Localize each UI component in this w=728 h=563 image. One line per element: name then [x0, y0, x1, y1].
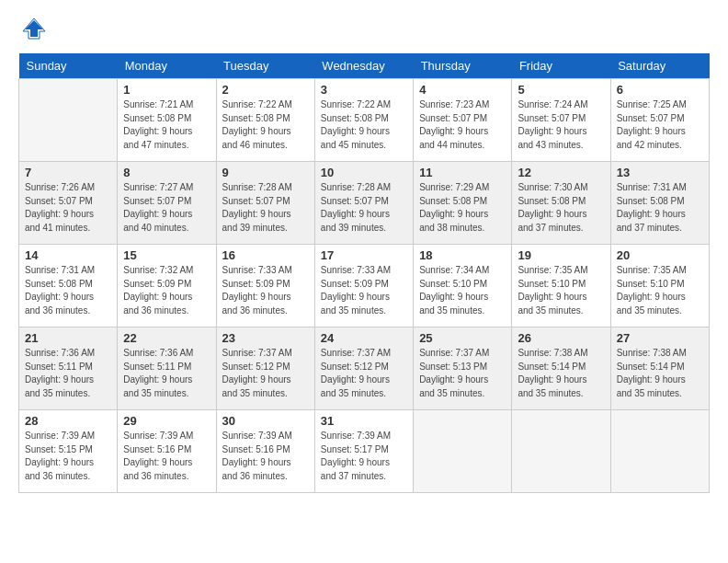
day-number: 22	[123, 331, 210, 345]
day-info: Sunrise: 7:22 AM Sunset: 5:08 PM Dayligh…	[222, 98, 309, 152]
day-number: 31	[321, 414, 407, 428]
day-number: 5	[518, 83, 604, 97]
day-of-week-header: Monday	[118, 53, 216, 79]
day-number: 28	[25, 414, 111, 428]
calendar-day-cell: 8Sunrise: 7:27 AM Sunset: 5:07 PM Daylig…	[118, 162, 216, 245]
day-number: 26	[518, 331, 604, 345]
day-info: Sunrise: 7:34 AM Sunset: 5:10 PM Dayligh…	[419, 264, 506, 317]
calendar-day-cell: 1Sunrise: 7:21 AM Sunset: 5:08 PM Daylig…	[118, 79, 216, 162]
calendar-day-cell: 29Sunrise: 7:39 AM Sunset: 5:16 PM Dayli…	[118, 410, 216, 493]
day-number: 21	[25, 331, 111, 345]
day-number: 14	[25, 248, 111, 262]
calendar-day-cell: 17Sunrise: 7:33 AM Sunset: 5:09 PM Dayli…	[314, 245, 413, 327]
calendar-day-cell: 26Sunrise: 7:38 AM Sunset: 5:14 PM Dayli…	[512, 327, 610, 410]
calendar-header-row: SundayMondayTuesdayWednesdayThursdayFrid…	[19, 53, 710, 79]
calendar-week-row: 14Sunrise: 7:31 AM Sunset: 5:08 PM Dayli…	[19, 245, 710, 327]
calendar-day-cell: 18Sunrise: 7:34 AM Sunset: 5:10 PM Dayli…	[414, 245, 512, 327]
day-of-week-header: Saturday	[610, 53, 709, 79]
day-info: Sunrise: 7:39 AM Sunset: 5:17 PM Dayligh…	[321, 430, 407, 483]
day-info: Sunrise: 7:33 AM Sunset: 5:09 PM Dayligh…	[222, 264, 309, 317]
calendar-day-cell: 28Sunrise: 7:39 AM Sunset: 5:15 PM Dayli…	[19, 410, 118, 493]
day-info: Sunrise: 7:25 AM Sunset: 5:07 PM Dayligh…	[617, 98, 703, 152]
day-info: Sunrise: 7:31 AM Sunset: 5:08 PM Dayligh…	[25, 264, 111, 317]
day-info: Sunrise: 7:39 AM Sunset: 5:16 PM Dayligh…	[222, 430, 309, 483]
day-info: Sunrise: 7:32 AM Sunset: 5:09 PM Dayligh…	[123, 264, 210, 317]
day-number: 13	[617, 166, 703, 179]
day-number: 6	[617, 83, 703, 97]
day-of-week-header: Wednesday	[314, 53, 413, 79]
calendar-day-cell	[610, 410, 709, 493]
calendar-day-cell: 22Sunrise: 7:36 AM Sunset: 5:11 PM Dayli…	[118, 327, 216, 410]
calendar-day-cell: 12Sunrise: 7:30 AM Sunset: 5:08 PM Dayli…	[512, 162, 610, 245]
day-number: 18	[419, 248, 506, 262]
calendar-day-cell: 16Sunrise: 7:33 AM Sunset: 5:09 PM Dayli…	[216, 245, 314, 327]
day-number: 23	[222, 331, 309, 345]
day-info: Sunrise: 7:30 AM Sunset: 5:08 PM Dayligh…	[518, 181, 604, 235]
calendar-day-cell: 24Sunrise: 7:37 AM Sunset: 5:12 PM Dayli…	[314, 327, 413, 410]
day-info: Sunrise: 7:35 AM Sunset: 5:10 PM Dayligh…	[617, 264, 703, 317]
day-info: Sunrise: 7:36 AM Sunset: 5:11 PM Dayligh…	[25, 347, 111, 400]
day-number: 8	[123, 166, 210, 179]
day-number: 19	[518, 248, 604, 262]
day-info: Sunrise: 7:26 AM Sunset: 5:07 PM Dayligh…	[25, 181, 111, 235]
day-info: Sunrise: 7:36 AM Sunset: 5:11 PM Dayligh…	[123, 347, 210, 400]
day-info: Sunrise: 7:24 AM Sunset: 5:07 PM Dayligh…	[518, 98, 604, 152]
calendar-day-cell: 11Sunrise: 7:29 AM Sunset: 5:08 PM Dayli…	[414, 162, 512, 245]
calendar-day-cell: 23Sunrise: 7:37 AM Sunset: 5:12 PM Dayli…	[216, 327, 314, 410]
day-of-week-header: Tuesday	[216, 53, 314, 79]
day-info: Sunrise: 7:39 AM Sunset: 5:16 PM Dayligh…	[123, 430, 210, 483]
day-info: Sunrise: 7:28 AM Sunset: 5:07 PM Dayligh…	[222, 181, 309, 235]
calendar-day-cell: 21Sunrise: 7:36 AM Sunset: 5:11 PM Dayli…	[19, 327, 118, 410]
day-info: Sunrise: 7:28 AM Sunset: 5:07 PM Dayligh…	[321, 181, 407, 235]
day-number: 4	[419, 83, 506, 97]
calendar-day-cell: 5Sunrise: 7:24 AM Sunset: 5:07 PM Daylig…	[512, 79, 610, 162]
day-of-week-header: Friday	[512, 53, 610, 79]
calendar-week-row: 7Sunrise: 7:26 AM Sunset: 5:07 PM Daylig…	[19, 162, 710, 245]
day-number: 29	[123, 414, 210, 428]
day-number: 3	[321, 83, 407, 97]
day-number: 17	[321, 248, 407, 262]
day-number: 9	[222, 166, 309, 179]
day-info: Sunrise: 7:29 AM Sunset: 5:08 PM Dayligh…	[419, 181, 506, 235]
day-number: 11	[419, 166, 506, 179]
day-number: 30	[222, 414, 309, 428]
logo	[18, 18, 47, 39]
day-info: Sunrise: 7:33 AM Sunset: 5:09 PM Dayligh…	[321, 264, 407, 317]
day-number: 24	[321, 331, 407, 345]
day-number: 1	[123, 83, 210, 97]
day-info: Sunrise: 7:37 AM Sunset: 5:12 PM Dayligh…	[222, 347, 309, 400]
calendar-day-cell: 15Sunrise: 7:32 AM Sunset: 5:09 PM Dayli…	[118, 245, 216, 327]
calendar-week-row: 28Sunrise: 7:39 AM Sunset: 5:15 PM Dayli…	[19, 410, 710, 493]
calendar-day-cell: 13Sunrise: 7:31 AM Sunset: 5:08 PM Dayli…	[610, 162, 709, 245]
calendar-day-cell	[512, 410, 610, 493]
day-of-week-header: Sunday	[19, 53, 118, 79]
day-info: Sunrise: 7:23 AM Sunset: 5:07 PM Dayligh…	[419, 98, 506, 152]
calendar-day-cell: 25Sunrise: 7:37 AM Sunset: 5:13 PM Dayli…	[414, 327, 512, 410]
calendar-day-cell: 10Sunrise: 7:28 AM Sunset: 5:07 PM Dayli…	[314, 162, 413, 245]
day-info: Sunrise: 7:38 AM Sunset: 5:14 PM Dayligh…	[617, 347, 703, 400]
calendar-day-cell: 4Sunrise: 7:23 AM Sunset: 5:07 PM Daylig…	[414, 79, 512, 162]
calendar-day-cell: 14Sunrise: 7:31 AM Sunset: 5:08 PM Dayli…	[19, 245, 118, 327]
calendar-week-row: 1Sunrise: 7:21 AM Sunset: 5:08 PM Daylig…	[19, 79, 710, 162]
calendar-day-cell	[414, 410, 512, 493]
day-info: Sunrise: 7:27 AM Sunset: 5:07 PM Dayligh…	[123, 181, 210, 235]
calendar-day-cell: 2Sunrise: 7:22 AM Sunset: 5:08 PM Daylig…	[216, 79, 314, 162]
calendar-day-cell: 7Sunrise: 7:26 AM Sunset: 5:07 PM Daylig…	[19, 162, 118, 245]
day-number: 7	[25, 166, 111, 179]
calendar-day-cell: 9Sunrise: 7:28 AM Sunset: 5:07 PM Daylig…	[216, 162, 314, 245]
day-info: Sunrise: 7:38 AM Sunset: 5:14 PM Dayligh…	[518, 347, 604, 400]
calendar-day-cell: 19Sunrise: 7:35 AM Sunset: 5:10 PM Dayli…	[512, 245, 610, 327]
day-of-week-header: Thursday	[414, 53, 512, 79]
calendar-day-cell: 30Sunrise: 7:39 AM Sunset: 5:16 PM Dayli…	[216, 410, 314, 493]
day-number: 2	[222, 83, 309, 97]
day-info: Sunrise: 7:22 AM Sunset: 5:08 PM Dayligh…	[321, 98, 407, 152]
day-info: Sunrise: 7:37 AM Sunset: 5:12 PM Dayligh…	[321, 347, 407, 400]
day-info: Sunrise: 7:37 AM Sunset: 5:13 PM Dayligh…	[419, 347, 506, 400]
calendar-day-cell: 20Sunrise: 7:35 AM Sunset: 5:10 PM Dayli…	[610, 245, 709, 327]
day-number: 25	[419, 331, 506, 345]
calendar-week-row: 21Sunrise: 7:36 AM Sunset: 5:11 PM Dayli…	[19, 327, 710, 410]
calendar-day-cell	[19, 79, 118, 162]
day-info: Sunrise: 7:31 AM Sunset: 5:08 PM Dayligh…	[617, 181, 703, 235]
day-number: 10	[321, 166, 407, 179]
calendar-day-cell: 27Sunrise: 7:38 AM Sunset: 5:14 PM Dayli…	[610, 327, 709, 410]
